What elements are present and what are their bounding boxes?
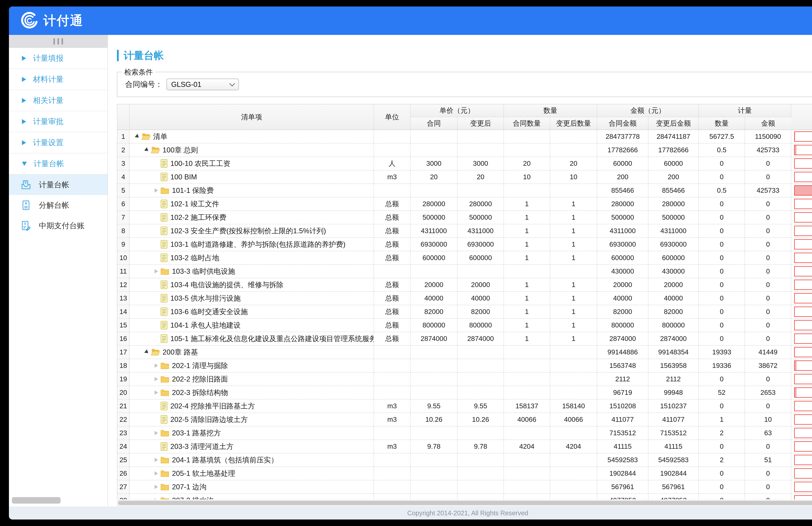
tree-toggle-icon[interactable] [155, 444, 158, 449]
progress-label: 0% [795, 214, 812, 221]
tree-toggle-icon[interactable] [155, 256, 158, 260]
table-row[interactable]: 18 202-1 清理与掘除 1563748 1563958 193 [117, 359, 812, 372]
amount-changed-cell: 1563958 [648, 359, 699, 372]
qty-contract-cell [504, 453, 550, 467]
tree-toggle-icon[interactable] [155, 471, 158, 476]
sidebar-menu-item[interactable]: 计量审批 [9, 111, 107, 132]
row-index: 2 [117, 143, 129, 157]
table-row[interactable]: 19 202-2 挖除旧路面 2112 2112 0 0 [117, 372, 812, 386]
tree-toggle-icon[interactable] [155, 188, 158, 192]
table-row[interactable]: 26 205-1 软土地基处理 1902844 1902844 0 [117, 467, 812, 480]
sidebar-submenu-item[interactable]: ¥ 分解台帐 [9, 195, 107, 216]
table-row[interactable]: 9 103-1 临时道路修建、养护与拆除(包括原道路的养护费) 总额 69300… [117, 238, 812, 251]
table-row[interactable]: 20 202-3 拆除结构物 96719 99948 52 [117, 386, 812, 399]
measure-amount-cell: 63 [745, 426, 791, 440]
table-row[interactable]: 14 103-6 临时交通安全设施 总额 82000 82000 1 1 820… [117, 305, 812, 319]
item-label: 203-1 路基挖方 [172, 428, 221, 438]
tree-toggle-icon[interactable] [144, 349, 149, 355]
tree-toggle-icon[interactable] [155, 418, 158, 422]
qty-changed-cell: 40066 [550, 413, 597, 426]
qty-changed-cell [550, 372, 597, 386]
table-row[interactable]: 4 100 BIM m3 20 20 10 10 200 200 0 [117, 170, 812, 184]
row-index: 6 [117, 197, 129, 211]
measure-amount-cell: 10 [745, 413, 791, 426]
table-row[interactable]: 16 105-1 施工标准化及信息化建设及重点公路建设项目管理系统服务费（按挖 … [117, 332, 812, 346]
col-progress: 进度比例 [791, 104, 812, 130]
unit-cell [374, 265, 410, 278]
table-row[interactable]: 11 103-3 临时供电设施 430000 430000 0 [117, 265, 812, 278]
tree-toggle-icon[interactable] [155, 391, 158, 395]
table-row[interactable]: 8 102-3 安全生产费(按投标控制价上限的1.5%计列) 总额 431100… [117, 224, 812, 238]
measure-amount-cell: 1150090 [745, 130, 791, 143]
tree-toggle-icon[interactable] [155, 161, 158, 165]
table-row[interactable]: 1 清单 284737778 284741187 56727.5 [117, 130, 812, 143]
qty-contract-cell [504, 359, 550, 372]
folder-icon [160, 362, 169, 370]
sidebar-resize-handle[interactable] [9, 35, 107, 48]
qty-contract-cell [504, 467, 550, 480]
tree-toggle-icon[interactable] [155, 296, 158, 300]
tree-toggle-icon[interactable] [155, 498, 158, 499]
table-row[interactable]: 12 103-4 电信设施的提供、维修与拆除 总额 20000 20000 1 … [117, 278, 812, 292]
table-row[interactable]: 5 101-1 保险费 855466 855466 0.5 [117, 184, 812, 197]
horizontal-scrollbar-thumb[interactable] [118, 501, 812, 505]
sidebar-menu-item[interactable]: 计量台帐 [9, 154, 107, 175]
tree-toggle-icon[interactable] [155, 242, 158, 246]
amount-changed-cell: 17782666 [648, 143, 699, 157]
table-row[interactable]: 17 200章 路基 99144886 99148354 19393 [117, 346, 812, 359]
sidebar-submenu-item[interactable]: ¥ 中期支付台账 [9, 216, 107, 236]
table-row[interactable]: 22 202-5 清除旧路边坡土方 m3 10.26 10.26 40066 4… [117, 413, 812, 426]
tree-toggle-icon[interactable] [155, 404, 158, 408]
horizontal-scrollbar[interactable] [117, 500, 812, 506]
tree-toggle-icon[interactable] [155, 202, 158, 206]
table-row[interactable]: 25 204-1 路基填筑（包括填前压实） 54592583 5459258 [117, 453, 812, 467]
table-row[interactable]: 21 202-4 挖除推平旧路基土方 m3 9.55 9.55 158137 1… [117, 399, 812, 413]
tree-toggle-icon[interactable] [144, 147, 149, 152]
qty-changed-cell [550, 480, 597, 494]
row-index: 8 [117, 224, 129, 238]
progress-label: 0.04% [795, 348, 812, 356]
tree-toggle-icon[interactable] [155, 283, 158, 287]
main-content: 计量台帐 检索条件 合同编号： GLSG-01 [108, 35, 812, 507]
tree-toggle-icon[interactable] [155, 458, 158, 462]
amount-contract-cell: 40000 [597, 292, 648, 305]
col-amt-contract: 合同金额 [597, 117, 648, 130]
tree-toggle-icon[interactable] [155, 364, 158, 368]
tree-toggle-icon[interactable] [155, 269, 158, 273]
tree-toggle-icon[interactable] [155, 175, 158, 179]
tree-toggle-icon[interactable] [155, 310, 158, 314]
table-row[interactable]: 24 203-3 清理河道土方 m3 9.78 9.78 4204 4204 4… [117, 440, 812, 453]
tree-toggle-icon[interactable] [155, 323, 158, 327]
table-row[interactable]: 10 103-2 临时占地 总额 600000 600000 1 1 60000… [117, 251, 812, 265]
price-changed-cell: 800000 [458, 319, 504, 332]
tree-toggle-icon[interactable] [155, 337, 158, 341]
sidebar-menu-item[interactable]: 相关计量 [9, 90, 107, 111]
payment-icon: ¥ [20, 220, 31, 231]
table-row[interactable]: 27 207-1 边沟 567961 567961 0 0 [117, 480, 812, 494]
sidebar-menu-item[interactable]: 计量设置 [9, 132, 107, 154]
table-row[interactable]: 3 100-10 农民工工资 人 3000 3000 20 20 60000 6… [117, 157, 812, 170]
measure-qty-cell: 2 [699, 453, 745, 467]
table-row[interactable]: 28 207-2 排水沟 4977852 4977852 0 [117, 494, 812, 499]
tree-toggle-icon[interactable] [155, 431, 158, 435]
contract-select[interactable]: GLSG-01 [166, 78, 239, 90]
sidebar-horizontal-scrollbar[interactable] [12, 497, 61, 503]
tree-toggle-icon[interactable] [135, 134, 140, 139]
tree-toggle-icon[interactable] [155, 485, 158, 489]
table-row[interactable]: 23 203-1 路基挖方 7153512 7153512 2 [117, 426, 812, 440]
item-label: 203-3 清理河道土方 [170, 442, 233, 451]
tree-toggle-icon[interactable] [155, 229, 158, 233]
progress-label: 0% [795, 321, 812, 329]
table-row[interactable]: 7 102-2 施工环保费 总额 500000 500000 1 1 50000… [117, 211, 812, 224]
tree-toggle-icon[interactable] [155, 377, 158, 381]
table-row[interactable]: 2 100章 总则 17782666 17782666 0.5 [117, 143, 812, 157]
unit-cell: 总额 [374, 211, 410, 224]
table-row[interactable]: 13 103-5 供水与排污设施 总额 40000 40000 1 1 4000… [117, 292, 812, 305]
sidebar-menu-item[interactable]: 计量填报 [9, 48, 107, 69]
sidebar-menu-item[interactable]: 材料计量 [9, 69, 107, 90]
sidebar-submenu-item[interactable]: ¥ 计量台帐 [9, 175, 107, 195]
table-row[interactable]: 6 102-1 竣工文件 总额 280000 280000 1 1 280000… [117, 197, 812, 211]
tree-toggle-icon[interactable] [155, 215, 158, 219]
table-row[interactable]: 15 104-1 承包人驻地建设 总额 800000 800000 1 1 80… [117, 319, 812, 332]
document-icon [160, 321, 168, 330]
